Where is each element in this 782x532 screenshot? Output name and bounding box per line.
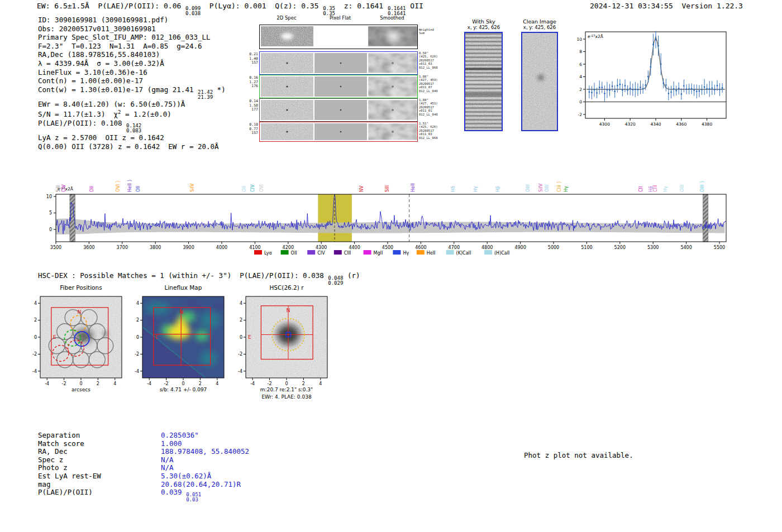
svg-text:4: 4 — [579, 74, 582, 79]
spec2d-cell-3-1 — [314, 123, 367, 140]
compass-north: N — [77, 309, 81, 315]
spec2d-weighted-cell-1 — [314, 26, 367, 46]
emission-line-label-25: OIII — [680, 185, 685, 192]
with-sky-image — [464, 32, 503, 131]
svg-text:-2: -2 — [164, 381, 169, 386]
match-table-value: N/A — [161, 456, 174, 464]
spec2d-row-annotation-0: 0.50"(425, 626)20200517v011_03012_LL_068 — [419, 51, 448, 69]
spec2d-row-0 — [259, 51, 418, 75]
timestamp: 2024-12-31 03:34:55 — [590, 2, 673, 10]
emission-line-label-10: NV — [359, 185, 364, 192]
emission-line-label-16: OIII — [526, 185, 531, 192]
match-table-label: Est LyA rest-EW — [38, 472, 101, 480]
emission-line-label-15: Hβ — [495, 186, 500, 192]
svg-text:-2: -2 — [268, 381, 272, 386]
spec2d-cell-0-0 — [261, 53, 313, 73]
legend-item-6: HeII — [417, 250, 436, 256]
masked-region-1 — [703, 194, 708, 242]
svg-text:4800: 4800 — [481, 245, 493, 250]
emission-line-label-11: SIII — [385, 185, 390, 192]
spec2d-row-annotation-3: 1.51"(425, 626)20200517v011_03012_LL_068 — [419, 122, 448, 140]
spec2d-col-title-2: Smoothed — [367, 15, 417, 21]
spec2d-cell-0-1 — [314, 53, 367, 73]
spec2d-row-annotation-1: 1.08"(427, 459)20200517v011_07012_LL_049 — [419, 75, 448, 93]
svg-text:3500: 3500 — [50, 245, 61, 250]
hsc-image: NE — [246, 296, 327, 378]
info-line-0: ID: 3090169981 (3090169981.pdf) — [38, 16, 226, 25]
spec2d-cell-1-2 — [368, 76, 417, 97]
svg-text:4100: 4100 — [249, 245, 260, 250]
emission-line-label-9: OVI — [259, 184, 264, 192]
match-table-row-5: Est LyA rest-EW5.30(±0.62)Å — [38, 472, 273, 480]
svg-text:2: 2 — [579, 87, 582, 92]
spec2d-weighted-cell-0 — [261, 26, 313, 46]
match-table-row-2: RA, Dec188.978408, 55.840052 — [38, 447, 273, 456]
svg-text:4700: 4700 — [449, 245, 460, 250]
emission-line-label-8: CIV — [250, 184, 255, 192]
info-line-9: EWr = 8.40(±1.20) (w: 6.50(±0.75))Å — [38, 100, 226, 109]
match-table-value: N/A — [161, 463, 174, 472]
svg-text:0: 0 — [182, 381, 184, 386]
compass-east: E — [53, 334, 56, 340]
hsc-sub1: m:20.7 re:2.1" s:0.3" — [260, 387, 313, 392]
match-table-row-7: P(LAE)/P(OII)0.039 0.0510.03 — [38, 488, 273, 496]
info-line-10: S/N = 11.7(±1.3) χ2 = 1.2(±0.0) — [38, 108, 226, 119]
lineflux-map-image: NE — [142, 296, 224, 378]
highlight-band — [318, 194, 352, 242]
emission-line-label-1: CIV — [61, 184, 66, 192]
svg-text:2: 2 — [136, 318, 139, 323]
match-table-label: mag — [38, 480, 51, 488]
compass-north: N — [179, 309, 183, 315]
info-line-11: P(LAE)/P(OII): 0.108 0.1420.083 — [38, 119, 226, 133]
emission-line-label-26: OIII } — [700, 180, 705, 192]
svg-text:4360: 4360 — [676, 122, 686, 127]
match-table-row-4: Photo zN/A — [38, 463, 273, 472]
stacked-uncertainty: 0.0990.038 — [185, 6, 201, 16]
svg-text:3700: 3700 — [117, 245, 128, 250]
svg-text:2: 2 — [34, 318, 37, 323]
svg-text:5000: 5000 — [548, 245, 559, 250]
detection-info-block: ID: 3090169981 (3090169981.pdf)Obs: 2020… — [38, 16, 226, 151]
info-line-13: Q(0.00) OII (3728) z = 0.1642 EW r = 20.… — [38, 142, 226, 151]
svg-text:5200: 5200 — [614, 245, 626, 250]
svg-text:10: 10 — [576, 37, 582, 42]
detection-report-page: EW: 6.5±1.5Å P(LAE)/P(OII): 0.06 0.0990.… — [0, 0, 782, 532]
svg-text:(H)CaII: (H)CaII — [494, 251, 509, 256]
svg-text:4320: 4320 — [625, 122, 636, 127]
svg-text:4380: 4380 — [702, 122, 712, 127]
legend-item-8: (H)CaII — [484, 250, 509, 256]
svg-text:0: 0 — [79, 381, 82, 386]
emission-line-label-3: OVI } — [116, 180, 121, 192]
fiber-xlabel: arcsecs — [71, 387, 90, 392]
inset-unit-label: e-17x2Å — [588, 34, 604, 40]
emission-line-label-4: HeII } — [127, 179, 132, 192]
svg-text:0: 0 — [579, 99, 582, 104]
spec2d-weighted-row — [259, 25, 418, 49]
info-line-6: LineFlux = 3.10(±0.36)e-16 — [38, 68, 226, 77]
match-table-label: Spec z — [38, 456, 63, 464]
lineflux-sub: s/b: 4.71 +/- 0.097 — [160, 387, 207, 392]
emission-line-label-19: CIII } — [557, 181, 562, 192]
match-table-label: Separation — [38, 431, 80, 439]
emission-line-label-7: OII — [242, 186, 247, 192]
svg-text:MgII: MgII — [374, 251, 383, 256]
spec2d-row-left-label-2: 0.141.58177 — [244, 99, 258, 112]
emission-line-label-0: SiII — [56, 185, 61, 192]
svg-text:5400: 5400 — [680, 245, 692, 250]
with-sky-title: With Skyx, y: 425, 626 — [459, 18, 509, 30]
hsc-title: HSC(26.2) r — [269, 284, 304, 291]
svg-text:OII: OII — [291, 251, 297, 256]
spec2d-row-left-label-3: 0.100.77157 — [244, 123, 258, 136]
emission-line-label-5: OII — [136, 186, 141, 192]
svg-text:Lyα: Lyα — [264, 251, 272, 256]
svg-text:-2: -2 — [578, 112, 583, 117]
svg-text:0: 0 — [34, 335, 37, 340]
compass-north: N — [286, 307, 290, 313]
emission-line-label-6: SiIV — [190, 183, 195, 192]
spec2d-cell-1-1 — [314, 76, 367, 97]
svg-text:4000: 4000 — [216, 245, 227, 250]
spec2d-cell-2-2 — [368, 100, 417, 120]
emission-line-label-12: HeII — [411, 183, 416, 192]
cutout-panels: NE-4-4-2-2002244Fiber PositionsarcsecsNE… — [17, 281, 341, 404]
summary-header: EW: 6.5±1.5Å P(LAE)/P(OII): 0.06 0.0990.… — [37, 2, 423, 16]
